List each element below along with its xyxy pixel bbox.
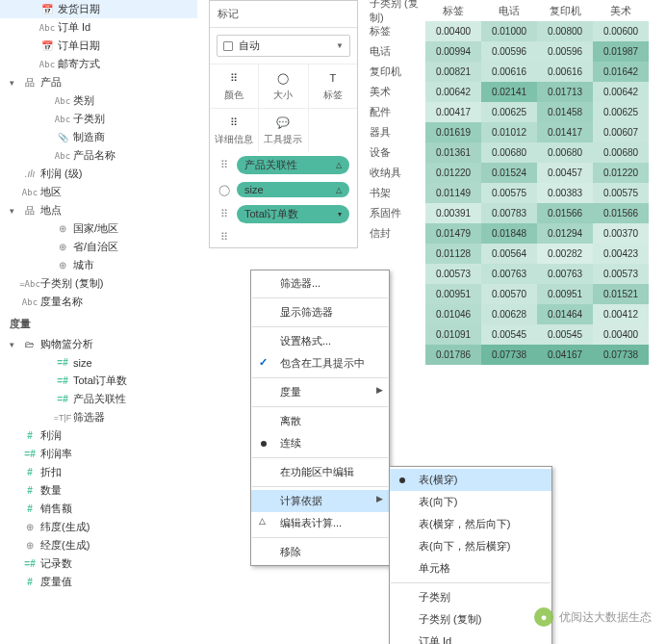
heat-cell[interactable]: 0.01128: [425, 244, 481, 264]
row-header[interactable]: 收纳具: [368, 163, 425, 183]
heat-cell[interactable]: 0.01220: [425, 163, 481, 183]
heat-cell[interactable]: 0.01000: [481, 21, 537, 41]
field-子类别 (复制)[interactable]: =Abc子类别 (复制): [0, 274, 197, 293]
heat-cell[interactable]: 0.00412: [593, 304, 649, 324]
heat-cell[interactable]: 0.01220: [593, 163, 649, 183]
heat-cell[interactable]: 0.01012: [481, 122, 537, 142]
menu-设置格式...[interactable]: 设置格式...: [251, 330, 389, 352]
row-header[interactable]: 信封: [368, 223, 425, 244]
menu-子类别[interactable]: 子类别: [390, 586, 551, 608]
heat-cell[interactable]: 0.00628: [481, 304, 537, 324]
heat-cell[interactable]: 0.01566: [593, 203, 649, 223]
field-邮寄方式[interactable]: Abc邮寄方式: [0, 55, 197, 73]
mark-颜色[interactable]: ⠿颜色: [210, 64, 259, 108]
heat-cell[interactable]: 0.00573: [593, 264, 649, 284]
menu-表(横穿，然后向下)[interactable]: 表(横穿，然后向下): [390, 513, 551, 535]
heat-cell[interactable]: 0.00642: [593, 82, 649, 102]
heat-cell[interactable]: 0.00575: [481, 183, 537, 203]
menu-子类别 (复制)[interactable]: 子类别 (复制): [390, 608, 551, 631]
menu-包含在工具提示中[interactable]: ✓包含在工具提示中: [251, 352, 389, 374]
col-header[interactable]: 电话: [481, 4, 537, 18]
field-度量值[interactable]: #度量值: [0, 573, 197, 591]
heat-cell[interactable]: 0.00783: [481, 203, 537, 223]
field-利润[interactable]: #利润: [0, 426, 197, 445]
field-城市[interactable]: ⊕城市: [0, 256, 197, 274]
heat-cell[interactable]: 0.00625: [481, 102, 537, 122]
group-product[interactable]: ▾品产品: [0, 73, 197, 91]
heat-cell[interactable]: 0.00763: [537, 264, 593, 284]
menu-筛选器...[interactable]: 筛选器...: [251, 272, 389, 295]
field-地区[interactable]: Abc地区: [0, 183, 197, 201]
heat-cell[interactable]: 0.00573: [425, 264, 481, 284]
heat-cell[interactable]: 0.00680: [481, 142, 537, 163]
mark-详细信息[interactable]: ⠿详细信息: [210, 109, 259, 152]
pill-size[interactable]: size△: [237, 182, 349, 197]
field-子类别[interactable]: Abc子类别: [0, 110, 197, 128]
field-纬度(生成)[interactable]: ⊕纬度(生成): [0, 518, 197, 536]
heat-cell[interactable]: 0.00951: [537, 284, 593, 304]
menu-表(向下，然后横穿)[interactable]: 表(向下，然后横穿): [390, 535, 551, 557]
heat-cell[interactable]: 0.00370: [593, 223, 649, 244]
heat-cell[interactable]: 0.00564: [481, 244, 537, 264]
heat-cell[interactable]: 0.00596: [537, 41, 593, 62]
menu-连续[interactable]: 连续: [251, 432, 389, 454]
heat-cell[interactable]: 0.00575: [593, 183, 649, 203]
heat-cell[interactable]: 0.00423: [593, 244, 649, 264]
row-header[interactable]: 器具: [368, 122, 425, 142]
row-header[interactable]: 标签: [368, 21, 425, 41]
heat-cell[interactable]: 0.00642: [425, 82, 481, 102]
heat-cell[interactable]: 0.00391: [425, 203, 481, 223]
menu-在功能区中编辑[interactable]: 在功能区中编辑: [251, 461, 389, 483]
col-header[interactable]: 美术: [593, 4, 649, 18]
heat-cell[interactable]: 0.01566: [537, 203, 593, 223]
menu-表(横穿)[interactable]: 表(横穿): [390, 469, 551, 491]
heat-cell[interactable]: 0.01464: [537, 304, 593, 324]
col-header[interactable]: 复印机: [537, 4, 593, 18]
heat-cell[interactable]: 0.00400: [425, 21, 481, 41]
heat-cell[interactable]: 0.01713: [537, 82, 593, 102]
field-发货日期[interactable]: 📅发货日期: [0, 0, 197, 18]
heat-cell[interactable]: 0.00600: [593, 21, 649, 41]
heat-cell[interactable]: 0.01524: [481, 163, 537, 183]
field-度量名称[interactable]: Abc度量名称: [0, 293, 197, 311]
pill-产品关联性[interactable]: 产品关联性△: [237, 156, 349, 174]
heat-cell[interactable]: 0.00607: [593, 122, 649, 142]
heat-cell[interactable]: 0.00570: [481, 284, 537, 304]
mark-标签[interactable]: T标签: [309, 64, 357, 108]
heat-cell[interactable]: 0.01294: [537, 223, 593, 244]
heat-cell[interactable]: 0.00596: [481, 41, 537, 62]
heat-cell[interactable]: 0.01786: [425, 345, 481, 365]
heat-cell[interactable]: 0.00994: [425, 41, 481, 62]
heat-cell[interactable]: 0.07738: [481, 345, 537, 365]
field-筛选器[interactable]: =T|F筛选器: [0, 408, 197, 426]
field-订单 Id[interactable]: Abc订单 Id: [0, 18, 197, 37]
heat-cell[interactable]: 0.00821: [425, 62, 481, 82]
heat-cell[interactable]: 0.00800: [537, 21, 593, 41]
field-销售额[interactable]: #销售额: [0, 500, 197, 518]
heat-cell[interactable]: 0.07738: [593, 345, 649, 365]
heat-cell[interactable]: 0.02141: [481, 82, 537, 102]
heat-cell[interactable]: 0.00616: [537, 62, 593, 82]
heat-cell[interactable]: 0.01642: [593, 62, 649, 82]
menu-表(向下)[interactable]: 表(向下): [390, 491, 551, 513]
field-产品名称[interactable]: Abc产品名称: [0, 146, 197, 165]
row-header[interactable]: 复印机: [368, 62, 425, 82]
heat-cell[interactable]: 0.00457: [537, 163, 593, 183]
field-利润 (级)[interactable]: .ılı利润 (级): [0, 165, 197, 183]
field-产品关联性[interactable]: =#产品关联性: [0, 390, 197, 408]
field-记录数[interactable]: =#记录数: [0, 554, 197, 573]
heat-cell[interactable]: 0.00383: [537, 183, 593, 203]
heat-cell[interactable]: 0.00680: [537, 142, 593, 163]
col-header[interactable]: 标签: [425, 4, 481, 18]
heat-cell[interactable]: 0.01521: [593, 284, 649, 304]
heat-cell[interactable]: 0.01848: [481, 223, 537, 244]
row-header[interactable]: 书架: [368, 183, 425, 203]
heat-cell[interactable]: 0.00545: [481, 324, 537, 345]
heat-cell[interactable]: 0.01987: [593, 41, 649, 62]
heat-cell[interactable]: 0.01619: [425, 122, 481, 142]
field-国家/地区[interactable]: ⊕国家/地区: [0, 219, 197, 238]
heat-cell[interactable]: 0.00616: [481, 62, 537, 82]
heat-cell[interactable]: 0.00680: [593, 142, 649, 163]
heat-cell[interactable]: 0.01458: [537, 102, 593, 122]
heat-cell[interactable]: 0.01417: [537, 122, 593, 142]
